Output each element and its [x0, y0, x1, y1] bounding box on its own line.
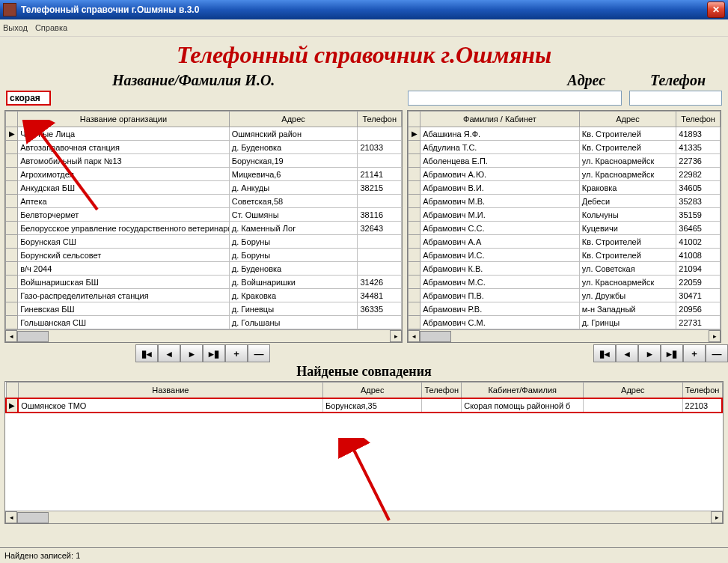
orgs-col-phone[interactable]: Телефон	[358, 112, 402, 127]
table-row[interactable]: Абрамович П.В.ул. Дружбы30471	[409, 289, 721, 302]
table-row[interactable]: Абрамович М.В.Дебеси35283	[409, 195, 721, 208]
row-marker	[6, 289, 18, 302]
search-row	[0, 89, 728, 110]
scroll-right-icon[interactable]: ▸	[711, 511, 723, 523]
table-row[interactable]: Абрамович К.В.ул. Советская21094	[409, 262, 721, 276]
match-col-addr[interactable]: Адрес	[323, 383, 422, 399]
table-row[interactable]: Белорусское управление государственного …	[6, 222, 402, 235]
cell: 34481	[358, 289, 402, 302]
table-row[interactable]: Аболенцева Е.П.ул. Красноармейск22736	[409, 154, 721, 168]
search-addr-input[interactable]	[408, 91, 622, 106]
scroll-left-icon[interactable]: ◂	[5, 511, 17, 523]
cell: Анкудская БШ	[18, 181, 230, 195]
table-row[interactable]: Абрамович И.С.Кв. Строителей41008	[409, 249, 721, 262]
status-bar: Найдено записей: 1	[0, 547, 728, 563]
table-row[interactable]: Гиневская БШд. Гиневцы36335	[6, 302, 402, 316]
table-row[interactable]: Абдулина Т.С.Кв. Строителей41335	[409, 141, 721, 154]
first-icon: ▮◂	[141, 348, 152, 359]
table-row[interactable]: БелвторчерметСт. Ошмяны38116	[6, 208, 402, 222]
table-row[interactable]: в/ч 2044д. Буденовка	[6, 262, 402, 276]
search-name-input[interactable]	[6, 91, 51, 106]
prev-icon: ◂	[167, 348, 172, 359]
menu-exit[interactable]: Выход	[3, 23, 28, 32]
match-col-name[interactable]: Название	[18, 383, 322, 399]
table-row[interactable]: Абрамович С.С.Куцевичи36465	[409, 222, 721, 235]
table-row[interactable]: Абрамович М.С.ул. Красноармейск22059	[409, 276, 721, 289]
table-row[interactable]: Войшнаришская БШд. Войшнаришки31426	[6, 276, 402, 289]
nav-prev[interactable]: ◂	[616, 344, 638, 362]
table-row[interactable]: Абрамович А.Ю.ул. Красноармейск22982	[409, 168, 721, 181]
scroll-thumb[interactable]	[17, 331, 49, 342]
table-row[interactable]: ▶Абашкина Я.Ф.Кв. Строителей41893	[409, 127, 721, 141]
orgs-hscroll[interactable]: ◂ ▸	[5, 329, 402, 342]
row-marker	[409, 141, 420, 154]
table-row[interactable]: ▶Ошмянское ТМОБорунская,35Скорая помощь …	[6, 398, 722, 413]
table-row[interactable]: Газо-распределительная станцияд. Краковк…	[6, 289, 402, 302]
close-button[interactable]: ✕	[707, 1, 725, 18]
match-col-phone2[interactable]: Телефон	[682, 383, 722, 399]
table-row[interactable]: Абрамович С.М.д. Гринцы22731	[409, 316, 721, 329]
scroll-left-icon[interactable]: ◂	[5, 330, 17, 342]
nav-prev[interactable]: ◂	[158, 344, 180, 362]
nav-first[interactable]: ▮◂	[593, 344, 616, 362]
people-col-phone[interactable]: Телефон	[676, 112, 721, 127]
orgs-col-name[interactable]: Название организации	[18, 112, 230, 127]
nav-del[interactable]: —	[248, 344, 270, 362]
table-row[interactable]: Автозаправочная станцияд. Буденовка21033	[6, 141, 402, 154]
cell: д. Буденовка	[229, 262, 358, 276]
match-col-cab[interactable]: Кабинет/Фамилия	[462, 383, 584, 399]
scroll-thumb[interactable]	[420, 331, 451, 342]
table-row[interactable]: Борунская СШд. Боруны	[6, 235, 402, 249]
match-col-addr2[interactable]: Адрес	[584, 383, 682, 399]
cell: Белорусское управление государственного …	[18, 222, 230, 235]
cell: Кольчуны	[579, 208, 676, 222]
people-col-addr[interactable]: Адрес	[579, 112, 676, 127]
nav-last[interactable]: ▸▮	[661, 344, 683, 362]
nav-first[interactable]: ▮◂	[135, 344, 158, 362]
nav-last[interactable]: ▸▮	[203, 344, 225, 362]
orgs-col-addr[interactable]: Адрес	[229, 112, 358, 127]
scroll-left-icon[interactable]: ◂	[408, 330, 420, 342]
row-marker	[6, 195, 18, 208]
people-col-name[interactable]: Фамилия / Кабинет	[420, 112, 580, 127]
table-row[interactable]: Автомобильный парк №13Борунская,19	[6, 154, 402, 168]
table-row[interactable]: Абрамович Р.В.м-н Западный20956	[409, 302, 721, 316]
cell: 35159	[676, 208, 721, 222]
cell: Абрамович И.С.	[420, 249, 580, 262]
row-marker	[409, 222, 420, 235]
table-row[interactable]: АгрохимотделМицкевича,621141	[6, 168, 402, 181]
next-icon: ▸	[189, 348, 195, 359]
label-addr: Адрес	[567, 72, 605, 89]
cell: 21141	[358, 168, 402, 181]
scroll-thumb[interactable]	[17, 512, 49, 523]
table-row[interactable]: Абрамович М.И.Кольчуны35159	[409, 208, 721, 222]
orgs-grid[interactable]: Название организации Адрес Телефон ▶Част…	[5, 111, 402, 329]
scroll-right-icon[interactable]: ▸	[390, 330, 402, 342]
nav-add[interactable]: +	[225, 344, 248, 362]
nav-next[interactable]: ▸	[638, 344, 661, 362]
menu-help[interactable]: Справка	[35, 23, 67, 32]
cell: 22103	[682, 398, 722, 413]
people-hscroll[interactable]: ◂ ▸	[408, 329, 721, 342]
table-row[interactable]: Абрамович А.АКв. Строителей41002	[409, 235, 721, 249]
cell: ул. Красноармейск	[579, 154, 676, 168]
row-marker	[409, 208, 420, 222]
row-marker	[6, 249, 18, 262]
match-col-phone[interactable]: Телефон	[422, 383, 462, 399]
match-hscroll[interactable]: ◂ ▸	[5, 511, 723, 523]
nav-next[interactable]: ▸	[180, 344, 203, 362]
nav-add[interactable]: +	[683, 344, 706, 362]
search-phone-input[interactable]	[629, 91, 722, 106]
table-row[interactable]: Борунский сельсоветд. Боруны	[6, 249, 402, 262]
people-grid[interactable]: Фамилия / Кабинет Адрес Телефон ▶Абашкин…	[408, 111, 721, 329]
table-row[interactable]: ▶Частные ЛицаОшмянский район	[6, 127, 402, 141]
table-row[interactable]: Гольшанская СШд. Гольшаны	[6, 316, 402, 329]
row-marker	[409, 302, 420, 316]
cell: ул. Красноармейск	[579, 276, 676, 289]
table-row[interactable]: Абрамович В.И.Краковка34605	[409, 181, 721, 195]
table-row[interactable]: Анкудская БШд. Анкуды38215	[6, 181, 402, 195]
nav-del[interactable]: —	[706, 344, 728, 362]
scroll-right-icon[interactable]: ▸	[709, 330, 721, 342]
match-grid[interactable]: Название Адрес Телефон Кабинет/Фамилия А…	[5, 382, 723, 413]
table-row[interactable]: АптекаСоветская,58	[6, 195, 402, 208]
